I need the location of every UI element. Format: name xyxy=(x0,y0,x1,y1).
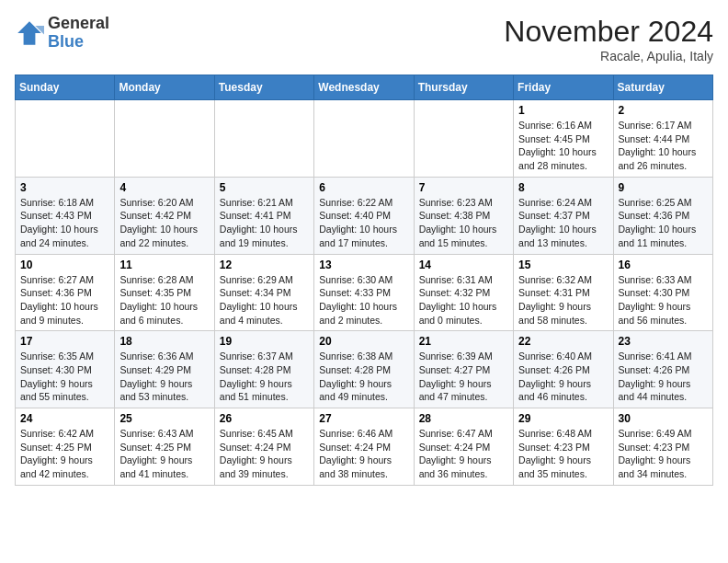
calendar-cell xyxy=(115,100,214,178)
calendar-cell: 24Sunrise: 6:42 AMSunset: 4:25 PMDayligh… xyxy=(16,408,115,486)
day-info: Sunrise: 6:41 AMSunset: 4:26 PMDaylight:… xyxy=(619,350,708,404)
day-number: 27 xyxy=(319,412,408,425)
calendar-cell: 14Sunrise: 6:31 AMSunset: 4:32 PMDayligh… xyxy=(414,254,513,331)
day-info: Sunrise: 6:21 AMSunset: 4:41 PMDaylight:… xyxy=(220,196,309,250)
day-info: Sunrise: 6:32 AMSunset: 4:31 PMDaylight:… xyxy=(518,273,608,327)
day-info: Sunrise: 6:40 AMSunset: 4:26 PMDaylight:… xyxy=(518,350,608,404)
calendar-cell: 10Sunrise: 6:27 AMSunset: 4:36 PMDayligh… xyxy=(16,254,115,331)
day-number: 13 xyxy=(319,259,408,271)
calendar-cell: 15Sunrise: 6:32 AMSunset: 4:31 PMDayligh… xyxy=(514,254,613,331)
title-block: November 2024 Racale, Apulia, Italy xyxy=(504,15,713,63)
calendar-cell xyxy=(16,100,115,178)
logo-general: General xyxy=(48,14,109,32)
day-number: 18 xyxy=(119,335,209,348)
day-number: 7 xyxy=(419,181,508,194)
day-info: Sunrise: 6:43 AMSunset: 4:25 PMDaylight:… xyxy=(119,427,209,481)
day-info: Sunrise: 6:38 AMSunset: 4:28 PMDaylight:… xyxy=(319,350,408,404)
day-number: 9 xyxy=(619,181,708,194)
weekday-header: Saturday xyxy=(613,75,712,100)
day-info: Sunrise: 6:25 AMSunset: 4:36 PMDaylight:… xyxy=(619,196,708,250)
day-info: Sunrise: 6:42 AMSunset: 4:25 PMDaylight:… xyxy=(20,427,109,481)
day-info: Sunrise: 6:30 AMSunset: 4:33 PMDaylight:… xyxy=(319,273,408,327)
calendar-cell: 20Sunrise: 6:38 AMSunset: 4:28 PMDayligh… xyxy=(314,331,414,408)
weekday-header: Monday xyxy=(115,75,214,100)
calendar-cell xyxy=(214,100,313,178)
calendar-cell: 1Sunrise: 6:16 AMSunset: 4:45 PMDaylight… xyxy=(514,100,613,178)
weekday-header: Tuesday xyxy=(214,75,313,100)
day-info: Sunrise: 6:39 AMSunset: 4:27 PMDaylight:… xyxy=(419,350,508,404)
calendar-cell: 23Sunrise: 6:41 AMSunset: 4:26 PMDayligh… xyxy=(613,331,712,408)
calendar-week-row: 1Sunrise: 6:16 AMSunset: 4:45 PMDaylight… xyxy=(16,100,713,178)
day-info: Sunrise: 6:18 AMSunset: 4:43 PMDaylight:… xyxy=(20,196,109,250)
calendar-cell: 22Sunrise: 6:40 AMSunset: 4:26 PMDayligh… xyxy=(514,331,613,408)
calendar-header-row: SundayMondayTuesdayWednesdayThursdayFrid… xyxy=(16,75,713,100)
calendar-cell: 6Sunrise: 6:22 AMSunset: 4:40 PMDaylight… xyxy=(314,177,414,254)
svg-marker-0 xyxy=(17,21,41,45)
calendar-week-row: 17Sunrise: 6:35 AMSunset: 4:30 PMDayligh… xyxy=(16,331,713,408)
calendar-cell: 4Sunrise: 6:20 AMSunset: 4:42 PMDaylight… xyxy=(115,177,214,254)
calendar-week-row: 10Sunrise: 6:27 AMSunset: 4:36 PMDayligh… xyxy=(16,254,713,331)
day-number: 29 xyxy=(518,412,608,425)
day-number: 23 xyxy=(619,335,708,348)
day-number: 12 xyxy=(220,259,309,271)
weekday-header: Sunday xyxy=(16,75,115,100)
calendar-table: SundayMondayTuesdayWednesdayThursdayFrid… xyxy=(15,75,713,486)
day-number: 11 xyxy=(119,259,209,271)
day-info: Sunrise: 6:45 AMSunset: 4:24 PMDaylight:… xyxy=(220,427,309,481)
day-number: 16 xyxy=(619,259,708,271)
day-info: Sunrise: 6:17 AMSunset: 4:44 PMDaylight:… xyxy=(619,119,708,173)
calendar-week-row: 24Sunrise: 6:42 AMSunset: 4:25 PMDayligh… xyxy=(16,408,713,486)
day-number: 8 xyxy=(518,181,608,194)
day-info: Sunrise: 6:24 AMSunset: 4:37 PMDaylight:… xyxy=(518,196,608,250)
day-info: Sunrise: 6:16 AMSunset: 4:45 PMDaylight:… xyxy=(518,119,608,173)
day-number: 20 xyxy=(319,335,408,348)
location-subtitle: Racale, Apulia, Italy xyxy=(504,49,713,63)
day-number: 15 xyxy=(518,259,608,271)
day-info: Sunrise: 6:47 AMSunset: 4:24 PMDaylight:… xyxy=(419,427,508,481)
weekday-header: Wednesday xyxy=(314,75,414,100)
calendar-week-row: 3Sunrise: 6:18 AMSunset: 4:43 PMDaylight… xyxy=(16,177,713,254)
day-number: 4 xyxy=(119,181,209,194)
calendar-cell: 5Sunrise: 6:21 AMSunset: 4:41 PMDaylight… xyxy=(214,177,313,254)
day-info: Sunrise: 6:29 AMSunset: 4:34 PMDaylight:… xyxy=(220,273,309,327)
calendar-cell: 18Sunrise: 6:36 AMSunset: 4:29 PMDayligh… xyxy=(115,331,214,408)
calendar-cell: 2Sunrise: 6:17 AMSunset: 4:44 PMDaylight… xyxy=(613,100,712,178)
day-number: 17 xyxy=(20,335,109,348)
calendar-cell: 11Sunrise: 6:28 AMSunset: 4:35 PMDayligh… xyxy=(115,254,214,331)
day-number: 6 xyxy=(319,181,408,194)
day-number: 25 xyxy=(119,412,209,425)
day-info: Sunrise: 6:23 AMSunset: 4:38 PMDaylight:… xyxy=(419,196,508,250)
calendar-cell: 25Sunrise: 6:43 AMSunset: 4:25 PMDayligh… xyxy=(115,408,214,486)
calendar-cell: 30Sunrise: 6:49 AMSunset: 4:23 PMDayligh… xyxy=(613,408,712,486)
day-number: 2 xyxy=(619,104,708,117)
day-number: 22 xyxy=(518,335,608,348)
day-number: 30 xyxy=(619,412,708,425)
day-info: Sunrise: 6:48 AMSunset: 4:23 PMDaylight:… xyxy=(518,427,608,481)
calendar-cell xyxy=(314,100,414,178)
day-info: Sunrise: 6:36 AMSunset: 4:29 PMDaylight:… xyxy=(119,350,209,404)
day-info: Sunrise: 6:27 AMSunset: 4:36 PMDaylight:… xyxy=(20,273,109,327)
day-info: Sunrise: 6:33 AMSunset: 4:30 PMDaylight:… xyxy=(619,273,708,327)
day-info: Sunrise: 6:22 AMSunset: 4:40 PMDaylight:… xyxy=(319,196,408,250)
weekday-header: Friday xyxy=(514,75,613,100)
calendar-cell: 12Sunrise: 6:29 AMSunset: 4:34 PMDayligh… xyxy=(214,254,313,331)
day-number: 10 xyxy=(20,259,109,271)
day-number: 1 xyxy=(518,104,608,117)
logo-blue: Blue xyxy=(48,32,84,51)
day-info: Sunrise: 6:31 AMSunset: 4:32 PMDaylight:… xyxy=(419,273,508,327)
calendar-cell: 29Sunrise: 6:48 AMSunset: 4:23 PMDayligh… xyxy=(514,408,613,486)
day-number: 3 xyxy=(20,181,109,194)
month-title: November 2024 xyxy=(504,15,713,49)
day-info: Sunrise: 6:20 AMSunset: 4:42 PMDaylight:… xyxy=(119,196,209,250)
day-number: 5 xyxy=(220,181,309,194)
logo: General Blue xyxy=(15,15,109,52)
calendar-cell: 16Sunrise: 6:33 AMSunset: 4:30 PMDayligh… xyxy=(613,254,712,331)
day-number: 26 xyxy=(220,412,309,425)
calendar-cell: 19Sunrise: 6:37 AMSunset: 4:28 PMDayligh… xyxy=(214,331,313,408)
calendar-cell: 21Sunrise: 6:39 AMSunset: 4:27 PMDayligh… xyxy=(414,331,513,408)
day-number: 19 xyxy=(220,335,309,348)
calendar-cell: 7Sunrise: 6:23 AMSunset: 4:38 PMDaylight… xyxy=(414,177,513,254)
logo-icon xyxy=(15,18,44,48)
day-number: 14 xyxy=(419,259,508,271)
calendar-cell: 27Sunrise: 6:46 AMSunset: 4:24 PMDayligh… xyxy=(314,408,414,486)
